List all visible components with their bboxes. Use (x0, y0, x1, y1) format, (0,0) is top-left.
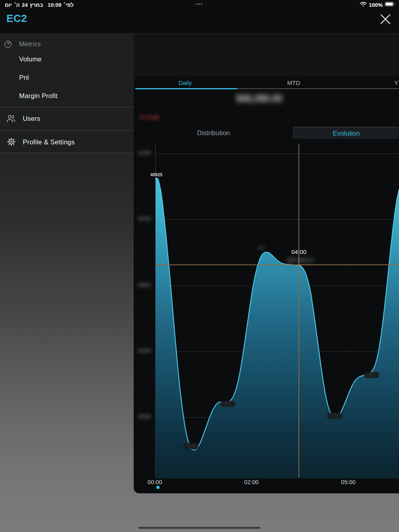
close-button[interactable] (380, 14, 391, 25)
peak-value-masked: 380 (257, 245, 265, 250)
point-label-masked: 40150 (327, 413, 342, 419)
battery-icon (385, 2, 395, 8)
series-start-value: 40925 (150, 173, 162, 177)
pie-chart-icon (4, 39, 12, 50)
point-label-masked: 40180 (184, 443, 198, 449)
total-value-masked: $45,390.00 (229, 93, 289, 104)
crosshair-horizontal (155, 264, 399, 265)
active-tab-underline (135, 88, 237, 89)
screen: יום ה׳ 24 במרץ 10:09 לפי׳ ••• 100% (0, 0, 399, 532)
point-label-masked: 40260 (364, 372, 379, 378)
battery-percent: 100% (369, 2, 383, 8)
evolution-chart: 41000 40750 40500 40250 40000 (134, 144, 399, 479)
sidebar-item-margin-profit[interactable]: Margin Profit (19, 92, 57, 100)
sidebar-section-metrics: Metrics (19, 40, 41, 48)
divider (0, 107, 134, 107)
multitask-dots-icon: ••• (0, 2, 399, 6)
tab-ytd[interactable]: YTD (394, 79, 399, 86)
sidebar-item-users[interactable]: Users (23, 115, 40, 122)
tab-daily[interactable]: Daily (134, 79, 237, 86)
panel-backdrop (134, 34, 399, 78)
wifi-icon (360, 2, 367, 8)
divider (0, 130, 134, 131)
home-indicator[interactable] (138, 527, 261, 529)
sidebar-item-volume[interactable]: Volume (19, 55, 41, 63)
metrics-panel: Daily MTD YTD $45,390.00 $ -0.06 Distrib… (134, 76, 399, 493)
tab-distribution[interactable]: Distribution (134, 127, 293, 139)
sidebar-item-pnl[interactable]: Pnl (19, 74, 29, 81)
users-icon (6, 114, 16, 125)
divider (0, 153, 134, 153)
gear-icon (7, 137, 16, 148)
tab-mtd[interactable]: MTD (237, 79, 351, 86)
tab-underline (237, 89, 399, 89)
x-tick: 05:00 (336, 479, 360, 485)
x-tick: 00:00 (143, 479, 167, 485)
delta-value-masked: $ -0.06 (140, 114, 159, 120)
app-logo: EC2 (6, 12, 27, 25)
chart-area-fill (156, 178, 399, 479)
point-label-masked: 40230 (221, 401, 235, 407)
area-series (134, 144, 399, 479)
crosshair-value-masked: $40,380.10 (283, 257, 318, 263)
header-bar: יום ה׳ 24 במרץ 10:09 לפי׳ ••• 100% (0, 0, 399, 34)
tab-evolution[interactable]: Evolution (293, 127, 399, 139)
page-indicator-dot[interactable] (156, 486, 160, 489)
crosshair-vertical (298, 144, 299, 477)
crosshair-time-label: 04:00 (283, 248, 315, 255)
x-tick: 02:00 (239, 479, 263, 485)
sidebar-item-profile-settings[interactable]: Profile & Settings (23, 138, 75, 146)
status-indicators: 100% (360, 2, 395, 8)
